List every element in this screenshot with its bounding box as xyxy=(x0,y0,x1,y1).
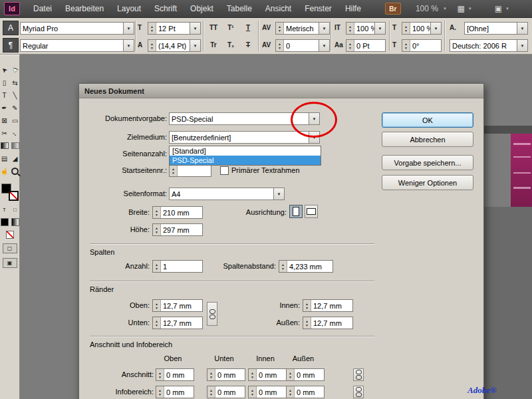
tracking-spinner[interactable]: ▲▼ xyxy=(276,40,284,51)
margin-bottom-spinner[interactable]: ▲▼ xyxy=(153,317,161,329)
character-style-dropdown-button[interactable]: ▼ xyxy=(517,23,527,34)
width-spinner[interactable]: ▲▼ xyxy=(153,207,161,218)
kerning-select[interactable]: ▲▼ Metrisch ▼ xyxy=(275,22,330,35)
all-caps-button[interactable]: TT xyxy=(206,21,221,33)
bleed-outside-field[interactable]: ▲▼ 0 mm xyxy=(286,368,325,381)
kerning-spinner[interactable]: ▲▼ xyxy=(276,23,284,34)
height-spinner[interactable]: ▲▼ xyxy=(153,224,161,235)
baseline-shift-select[interactable]: ▲▼ 0 Pt xyxy=(346,39,386,52)
dropdown-item-standard[interactable]: [Standard] xyxy=(170,146,321,156)
underline-button[interactable]: T xyxy=(241,21,255,33)
vertical-scale-select[interactable]: ▲▼ 100 % ▼ xyxy=(402,22,442,35)
subscript-button[interactable]: T₁ xyxy=(223,39,238,51)
page-size-select[interactable]: A4 ▼ xyxy=(169,188,285,200)
margin-top-spinner[interactable]: ▲▼ xyxy=(153,300,161,311)
margin-outside-spinner[interactable]: ▲▼ xyxy=(303,317,311,329)
orientation-portrait-button[interactable] xyxy=(289,205,303,218)
bleed-inside-field[interactable]: ▲▼ 0 mm xyxy=(248,368,287,381)
font-style-select[interactable]: Regular ▼ xyxy=(20,39,134,52)
eyedropper-tool[interactable]: ◢ xyxy=(11,154,19,162)
free-transform-tool[interactable]: ↔ xyxy=(11,129,19,137)
slug-inside-spinner[interactable]: ▲▼ xyxy=(249,386,257,398)
intent-select[interactable]: [Benutzerdefiniert] ▼ xyxy=(169,131,320,144)
character-style-select[interactable]: [Ohne] ▼ xyxy=(464,22,528,35)
width-field[interactable]: ▲▼ 210 mm xyxy=(152,206,203,219)
margin-inside-spinner[interactable]: ▲▼ xyxy=(303,300,311,311)
menu-tabelle[interactable]: Tabelle xyxy=(220,4,259,13)
slug-top-spinner[interactable]: ▲▼ xyxy=(156,386,164,398)
zoom-level-control[interactable]: 100 % ▼ xyxy=(416,4,447,13)
zoom-tool[interactable] xyxy=(11,167,19,175)
columns-count-spinner[interactable]: ▲▼ xyxy=(153,261,161,272)
bleed-inside-spinner[interactable]: ▲▼ xyxy=(249,369,257,380)
margin-inside-field[interactable]: ▲▼ 12,7 mm xyxy=(303,299,353,312)
menu-bearbeiten[interactable]: Bearbeiten xyxy=(59,4,110,13)
direct-selection-tool[interactable]: ➤ xyxy=(11,66,19,74)
scissors-tool[interactable]: ✂ xyxy=(1,129,9,137)
tracking-select[interactable]: ▲▼ 0 ▼ xyxy=(275,39,330,52)
menu-layout[interactable]: Layout xyxy=(110,4,148,13)
slug-outside-spinner[interactable]: ▲▼ xyxy=(287,386,295,398)
leading-spinner[interactable]: ▲▼ xyxy=(148,40,156,51)
margin-top-field[interactable]: ▲▼ 12,7 mm xyxy=(152,299,203,312)
bleed-top-field[interactable]: ▲▼ 0 mm xyxy=(156,368,194,381)
orientation-landscape-button[interactable] xyxy=(305,205,318,218)
paragraph-formatting-toggle[interactable]: ¶ xyxy=(3,38,19,53)
pencil-tool[interactable]: ✎ xyxy=(11,104,19,112)
font-size-spinner[interactable]: ▲▼ xyxy=(148,23,156,34)
bleed-link-icon[interactable] xyxy=(353,368,364,381)
font-style-dropdown-button[interactable]: ▼ xyxy=(123,40,134,51)
slug-outside-field[interactable]: ▲▼ 0 mm xyxy=(286,386,325,398)
ok-button[interactable]: OK xyxy=(382,112,473,128)
menu-datei[interactable]: Datei xyxy=(27,4,59,13)
preview-mode-button[interactable]: ▣ xyxy=(3,258,17,268)
gutter-field[interactable]: ▲▼ 4,233 mm xyxy=(279,260,333,273)
page-size-dropdown-button[interactable]: ▼ xyxy=(273,188,284,200)
font-family-dropdown-button[interactable]: ▼ xyxy=(123,23,134,34)
menu-hilfe[interactable]: Hilfe xyxy=(338,4,368,13)
tracking-dropdown-button[interactable]: ▼ xyxy=(319,40,329,51)
horizontal-scale-dropdown-button[interactable]: ▼ xyxy=(374,23,385,34)
primary-text-frame-checkbox[interactable] xyxy=(220,166,229,175)
margins-link-icon[interactable] xyxy=(207,302,217,326)
note-tool[interactable]: ▤ xyxy=(1,154,9,162)
cancel-button[interactable]: Abbrechen xyxy=(382,132,473,147)
gap-tool[interactable]: ⇆ xyxy=(11,78,19,86)
slug-inside-field[interactable]: ▲▼ 0 mm xyxy=(248,386,287,398)
rectangle-frame-tool[interactable]: ⊠ xyxy=(1,116,9,124)
menu-fenster[interactable]: Fenster xyxy=(298,4,338,13)
font-size-dropdown-button[interactable]: ▼ xyxy=(190,23,200,34)
apply-none-button[interactable] xyxy=(6,231,14,239)
rectangle-tool[interactable]: ▭ xyxy=(11,116,19,124)
baseline-shift-spinner[interactable]: ▲▼ xyxy=(346,40,354,51)
line-tool[interactable]: ╲ xyxy=(11,91,19,99)
apply-color-button[interactable] xyxy=(1,218,9,226)
horizontal-scale-select[interactable]: ▲▼ 100 % ▼ xyxy=(346,22,386,35)
formatting-affects-container-button[interactable]: □ xyxy=(11,205,19,213)
menu-ansicht[interactable]: Ansicht xyxy=(259,4,298,13)
gutter-spinner[interactable]: ▲▼ xyxy=(279,261,287,272)
bleed-top-spinner[interactable]: ▲▼ xyxy=(156,369,164,380)
apply-gradient-button[interactable] xyxy=(11,218,19,226)
menu-objekt[interactable]: Objekt xyxy=(184,4,220,13)
slug-bottom-field[interactable]: ▲▼ 0 mm xyxy=(207,386,245,398)
gradient-tool[interactable] xyxy=(1,142,9,150)
character-formatting-toggle[interactable]: A xyxy=(3,21,19,35)
skew-spinner[interactable]: ▲▼ xyxy=(402,40,410,51)
bleed-bottom-spinner[interactable]: ▲▼ xyxy=(207,369,215,380)
dialog-title-bar[interactable]: Neues Dokument xyxy=(79,84,483,98)
dropdown-item-psd-special[interactable]: PSD-Special xyxy=(170,156,321,165)
fewer-options-button[interactable]: Weniger Optionen xyxy=(382,175,473,190)
menu-schrift[interactable]: Schrift xyxy=(148,4,184,13)
language-select[interactable]: Deutsch: 2006 R ▼ xyxy=(450,39,528,52)
selection-tool[interactable]: ➤ xyxy=(1,66,9,74)
font-family-select[interactable]: Myriad Pro ▼ xyxy=(20,22,134,35)
type-tool[interactable]: T xyxy=(1,91,9,99)
save-preset-button[interactable]: Vorgabe speichern... xyxy=(382,155,473,170)
kerning-dropdown-button[interactable]: ▼ xyxy=(319,23,329,34)
height-field[interactable]: ▲▼ 297 mm xyxy=(152,223,203,236)
hand-tool[interactable]: ☝ xyxy=(1,167,9,175)
vertical-scale-spinner[interactable]: ▲▼ xyxy=(402,23,410,34)
leading-select[interactable]: ▲▼ (14,4 Pt) ▼ xyxy=(148,39,201,52)
slug-top-field[interactable]: ▲▼ 0 mm xyxy=(156,386,194,398)
